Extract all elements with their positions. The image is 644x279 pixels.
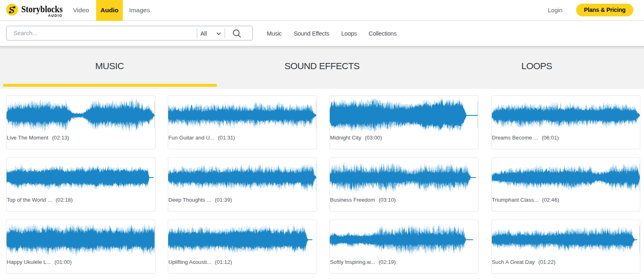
svg-text:S: S: [9, 5, 14, 15]
